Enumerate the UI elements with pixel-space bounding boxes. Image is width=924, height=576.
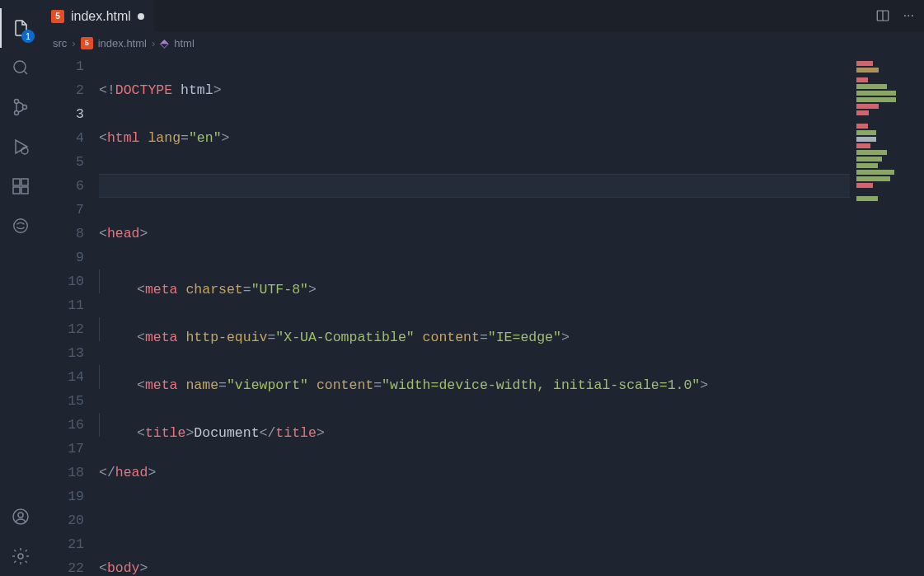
run-debug-icon[interactable] <box>0 127 41 166</box>
breadcrumb-folder[interactable]: src <box>53 37 67 49</box>
search-icon[interactable] <box>0 48 41 87</box>
code-content[interactable]: <!DOCTYPE html> <html lang="en"> <head> … <box>99 54 924 576</box>
dirty-indicator-icon <box>138 13 144 20</box>
svg-rect-7 <box>21 187 28 194</box>
more-actions-icon[interactable]: ··· <box>903 8 914 23</box>
html5-icon: 5 <box>81 37 93 49</box>
text-editor[interactable]: 12345678910111213141516171819202122 <!DO… <box>41 54 924 576</box>
svg-point-0 <box>14 61 26 73</box>
accounts-icon[interactable] <box>0 497 41 536</box>
symbol-icon: ⬘ <box>160 36 169 49</box>
svg-point-2 <box>15 111 19 115</box>
extensions-icon[interactable] <box>0 166 41 206</box>
editor-region: 5 index.html ··· src › 5 index.html › ⬘ … <box>41 0 924 576</box>
svg-rect-8 <box>21 179 28 185</box>
tab-indexhtml[interactable]: 5 index.html <box>41 0 154 31</box>
split-editor-icon[interactable] <box>875 8 890 23</box>
tab-label: index.html <box>71 9 131 24</box>
svg-rect-6 <box>13 187 20 194</box>
breadcrumb-file[interactable]: index.html <box>98 37 147 49</box>
html5-icon: 5 <box>51 10 64 23</box>
line-number-gutter: 12345678910111213141516171819202122 <box>41 54 99 576</box>
svg-point-11 <box>18 513 23 517</box>
source-control-icon[interactable] <box>0 87 41 127</box>
extra-icon[interactable] <box>0 206 41 246</box>
svg-point-1 <box>15 100 19 104</box>
tab-bar: 5 index.html ··· <box>41 0 924 31</box>
explorer-badge: 1 <box>21 30 35 43</box>
explorer-icon[interactable]: 1 <box>0 8 41 48</box>
svg-rect-5 <box>13 179 20 185</box>
activity-bar: 1 <box>0 0 41 576</box>
svg-point-3 <box>23 105 27 110</box>
minimap[interactable] <box>850 54 924 576</box>
breadcrumb[interactable]: src › 5 index.html › ⬘ html <box>41 31 924 54</box>
svg-point-9 <box>14 219 28 233</box>
chevron-right-icon: › <box>72 37 75 49</box>
breadcrumb-symbol[interactable]: html <box>174 37 195 49</box>
chevron-right-icon: › <box>152 37 155 49</box>
svg-point-12 <box>18 554 23 559</box>
settings-gear-icon[interactable] <box>0 536 41 576</box>
